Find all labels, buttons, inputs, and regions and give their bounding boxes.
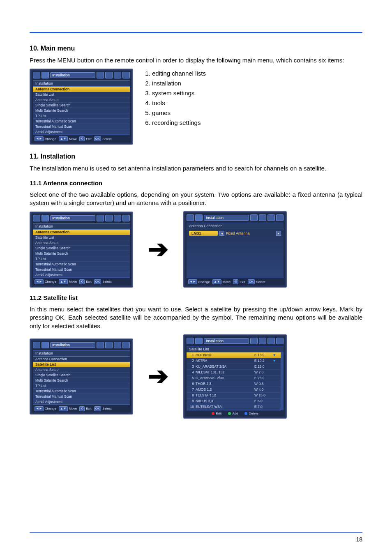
menu-item: Antenna Connection [33,230,130,235]
top-icon [114,342,121,348]
menu-item: TP List [33,256,130,262]
page-number: 18 [356,536,362,543]
menu-item: Antenna Setup [33,97,130,103]
form-value: Fixed Antenna [226,231,250,235]
hint-move: ▲▼Move [59,406,77,411]
arrow-right-icon: ► [276,231,281,236]
main-menu-list-item: games [152,108,206,118]
section-10-title: 10. Main menu [30,45,362,52]
main-menu-numbered-list: editing channel listsinstallationsystem … [152,69,206,128]
menu-item: Terrestrial Manual Scan [33,267,130,272]
top-icon [105,72,113,78]
top-icon [276,338,284,344]
top-icon [267,214,275,221]
top-title: Installation [50,342,95,348]
form-label: LNB1 [189,231,218,236]
top-icon [187,214,194,221]
top-icon [42,342,49,348]
scrollbar-track [281,352,284,410]
screenshot-satellite-list: Installation Satellite List 1HOTBIRDE 13… [183,334,287,419]
top-icon [276,214,284,221]
hint-change: ◄►Change [35,136,56,141]
section-11-2-title: 11.2 Satellite list [30,294,362,301]
menu-item: Antenna Connection [33,87,130,92]
section-11-1-paragraph: Select one of the two available options,… [30,191,362,207]
top-icon [97,342,104,348]
top-icon [250,214,258,221]
hint-move: ▲▼Move [212,279,231,284]
menu-item: Aerial Adjustment [33,272,130,278]
top-icon [259,214,266,221]
hint-select: OKSelect [94,136,112,141]
menu-item: Antenna Setup [33,240,130,246]
hint-select: OKSelect [248,279,265,284]
menu-item: TP List [33,113,130,119]
hint-change: ◄►Change [188,279,210,284]
menu-list: Antenna ConnectionSatellite ListAntenna … [33,229,130,278]
menu-item: Aerial Adjustment [33,399,130,405]
top-icon [259,338,266,344]
menu-item: Terrestrial Automatic Scan [33,389,130,394]
top-title: Installation [50,215,95,221]
menu-item: Multi Satellite Search [33,378,130,383]
menu-list: Antenna ConnectionSatellite ListAntenna … [33,86,130,135]
hint-move: ▲▼Move [59,136,77,141]
top-icon [33,72,40,78]
top-icon [267,338,275,344]
hint-exit: ⟲Exit [79,136,91,141]
top-icon [97,72,104,78]
arrow-right-icon: ➔ [144,237,173,262]
menu-item: Terrestrial Manual Scan [33,394,130,399]
screenshot-antenna-connection: Installation Antenna Connection LNB1 ◄ F… [183,211,287,288]
top-icon [114,72,121,78]
top-icon [97,215,104,221]
satellite-row: 9SIRIUS 2,3E 5.0 [187,398,281,404]
section-11-1-title: 11.1 Antenna connection [30,180,362,187]
screenshot-installation-menu-hl-satlist: Installation Installation Antenna Connec… [30,339,133,415]
menu-item: Antenna Connection [33,357,130,362]
menu-item: Single Satellite Search [33,246,130,251]
screenshot-installation-menu: Installation Installation Antenna Connec… [30,69,133,145]
main-menu-list-item: recording settings [152,118,206,128]
top-icon [105,215,113,221]
top-icon [42,72,49,78]
menu-item: Single Satellite Search [33,373,130,378]
main-menu-list-item: tools [152,98,206,108]
satellite-row: 6THOR 2,3W 0.8 [187,381,281,387]
satellite-row: 2ASTRAE 19.2♥ [187,358,281,364]
top-icon [122,342,130,348]
top-icon [33,342,40,348]
panel-header: Installation [33,223,130,229]
satellite-row: 10EUTELSAT W3AE 7.0 [187,404,281,410]
top-icon [187,338,194,344]
top-title: Installation [50,72,95,78]
satellite-row: 4NILESAT 101, 102W 7.0 [187,370,281,375]
satellite-row: 8TELSTAR 12W 15.0 [187,393,281,398]
hint-exit: ⟲Exit [233,279,245,284]
satellite-row: 3KU_ARABSAT 2/3AE 26.0 [187,364,281,370]
section-11-title: 11. Installation [30,153,362,160]
panel-header: Installation [33,350,130,356]
top-title: Installation [204,215,249,221]
menu-list: Antenna ConnectionSatellite ListAntenna … [33,356,130,405]
menu-item: Terrestrial Automatic Scan [33,262,130,267]
menu-item: Satellite List [33,235,130,240]
hint-select: OKSelect [94,279,112,284]
top-icon [195,338,203,344]
satellite-row: 7AMOS 1,2W 4.0 [187,387,281,393]
main-menu-list-item: editing channel lists [152,69,206,78]
screenshot-installation-menu-hl-antenna: Installation Installation Antenna Connec… [30,212,133,288]
section-10-paragraph: Press the MENU button on the remote cont… [30,56,362,64]
section-11-2-paragraph: In this menu select the satellites that … [30,305,362,330]
main-menu-list-item: installation [152,78,206,88]
form-row-lnb1: LNB1 ◄ Fixed Antenna ► [189,231,281,236]
top-icon [122,215,130,221]
top-icon [105,342,113,348]
menu-item: Terrestrial Manual Scan [33,124,130,129]
hint-select: OKSelect [94,406,112,411]
hint-change: ◄►Change [35,406,56,411]
top-icon [195,214,203,221]
panel-header: Installation [33,80,130,86]
hint-exit: ⟲Exit [79,406,91,411]
hint-move: ▲▼Move [59,279,77,284]
